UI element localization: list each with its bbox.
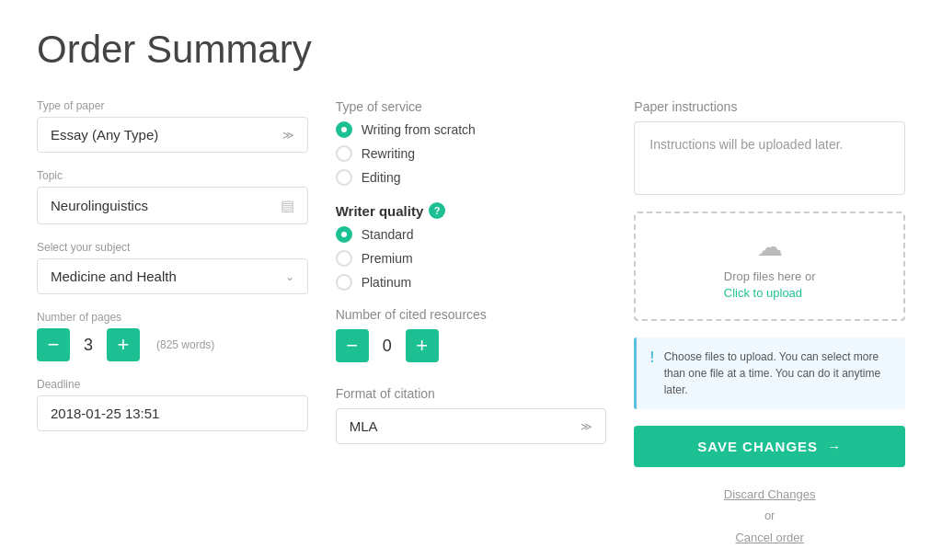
topic-field: Topic Neurolinguistics ▤ [37, 169, 308, 224]
deadline-input[interactable]: 2018-01-25 13:51 [37, 395, 308, 431]
page-title: Order Summary [37, 28, 905, 72]
help-icon[interactable]: ? [429, 202, 445, 219]
instructions-label: Paper instructions [634, 99, 905, 114]
save-label: SAVE CHANGES [697, 439, 818, 454]
upload-link[interactable]: Click to upload [724, 286, 802, 300]
topic-icon: ▤ [281, 197, 294, 214]
service-rewriting-label: Rewriting [362, 146, 415, 161]
quality-radio-platinum [336, 274, 352, 291]
topic-value: Neurolinguistics [51, 198, 148, 213]
cited-minus-button[interactable]: − [336, 329, 369, 362]
pages-row: − 3 + (825 words) [37, 328, 308, 361]
chevron-down-icon: ≫ [282, 129, 294, 142]
service-option-rewriting[interactable]: Rewriting [336, 145, 607, 162]
type-of-paper-label: Type of paper [37, 99, 308, 112]
format-label: Format of citation [336, 386, 607, 401]
pages-minus-button[interactable]: − [37, 328, 70, 361]
deadline-field: Deadline 2018-01-25 13:51 [37, 378, 308, 431]
quality-label: Writer quality [336, 203, 424, 219]
or-text: or [764, 509, 775, 522]
file-drop-zone[interactable]: ☁ Drop files here or Click to upload [634, 211, 905, 321]
quality-radio-standard [336, 226, 352, 243]
writer-quality-group: Writer quality ? Standard Premium Platin… [336, 202, 607, 291]
subject-value: Medicine and Health [51, 269, 177, 284]
info-text: Choose files to upload. You can select m… [664, 349, 892, 398]
subject-label: Select your subject [37, 241, 308, 254]
column-service-options: Type of service Writing from scratch Rew… [336, 99, 607, 444]
quality-option-standard[interactable]: Standard [336, 226, 607, 243]
pages-count: 3 [79, 336, 98, 355]
cited-label: Number of cited resources [336, 307, 607, 322]
deadline-label: Deadline [37, 378, 308, 391]
subject-field: Select your subject Medicine and Health … [37, 241, 308, 294]
column-instructions: Paper instructions Instructions will be … [634, 99, 905, 548]
quality-title: Writer quality ? [336, 202, 607, 219]
quality-option-premium[interactable]: Premium [336, 250, 607, 267]
format-select[interactable]: MLA ≫ [336, 408, 607, 444]
info-box: ! Choose files to upload. You can select… [634, 337, 905, 409]
discard-section: Discard Changes or Cancel order [634, 484, 905, 548]
quality-platinum-label: Platinum [362, 275, 411, 290]
instructions-box[interactable]: Instructions will be uploaded later. [634, 121, 905, 195]
service-radio-group: Writing from scratch Rewriting Editing [336, 121, 607, 186]
service-writing-label: Writing from scratch [362, 122, 476, 137]
chevron-down-icon: ⌄ [285, 270, 294, 283]
cited-resources-group: Number of cited resources − 0 + [336, 307, 607, 362]
column-order-details: Type of paper Essay (Any Type) ≫ Topic N… [37, 99, 308, 431]
type-of-service-group: Type of service Writing from scratch Rew… [336, 99, 607, 186]
cited-row: − 0 + [336, 329, 607, 362]
quality-option-platinum[interactable]: Platinum [336, 274, 607, 291]
topic-input[interactable]: Neurolinguistics ▤ [37, 187, 308, 224]
format-value: MLA [350, 418, 378, 434]
service-option-editing[interactable]: Editing [336, 169, 607, 186]
quality-radio-group: Standard Premium Platinum [336, 226, 607, 291]
cloud-upload-icon: ☁ [757, 232, 783, 262]
cancel-order-link[interactable]: Cancel order [735, 531, 803, 544]
quality-standard-label: Standard [362, 227, 414, 242]
subject-select[interactable]: Medicine and Health ⌄ [37, 258, 308, 294]
type-of-paper-select[interactable]: Essay (Any Type) ≫ [37, 117, 308, 153]
pages-label: Number of pages [37, 311, 308, 324]
quality-radio-premium [336, 250, 352, 267]
pages-plus-button[interactable]: + [107, 328, 140, 361]
type-of-paper-value: Essay (Any Type) [51, 127, 158, 143]
service-radio-editing [336, 169, 352, 186]
save-arrow-icon: → [827, 439, 842, 454]
save-changes-button[interactable]: SAVE CHANGES → [634, 426, 905, 467]
drop-text: Drop files here or [724, 269, 816, 283]
format-citation-group: Format of citation MLA ≫ [336, 386, 607, 444]
cited-plus-button[interactable]: + [406, 329, 439, 362]
service-option-writing[interactable]: Writing from scratch [336, 121, 607, 138]
service-radio-writing [336, 121, 352, 138]
pages-field: Number of pages − 3 + (825 words) [37, 311, 308, 361]
info-icon: ! [649, 349, 654, 366]
service-radio-rewriting [336, 145, 352, 162]
pages-words-hint: (825 words) [156, 338, 214, 351]
topic-label: Topic [37, 169, 308, 182]
instructions-group: Paper instructions Instructions will be … [634, 99, 905, 195]
format-chevron-icon: ≫ [580, 420, 592, 433]
type-of-paper-field: Type of paper Essay (Any Type) ≫ [37, 99, 308, 153]
discard-changes-link[interactable]: Discard Changes [724, 487, 816, 501]
service-type-label: Type of service [336, 99, 607, 114]
cited-count: 0 [378, 337, 396, 356]
service-editing-label: Editing [362, 170, 401, 185]
quality-premium-label: Premium [362, 251, 413, 266]
